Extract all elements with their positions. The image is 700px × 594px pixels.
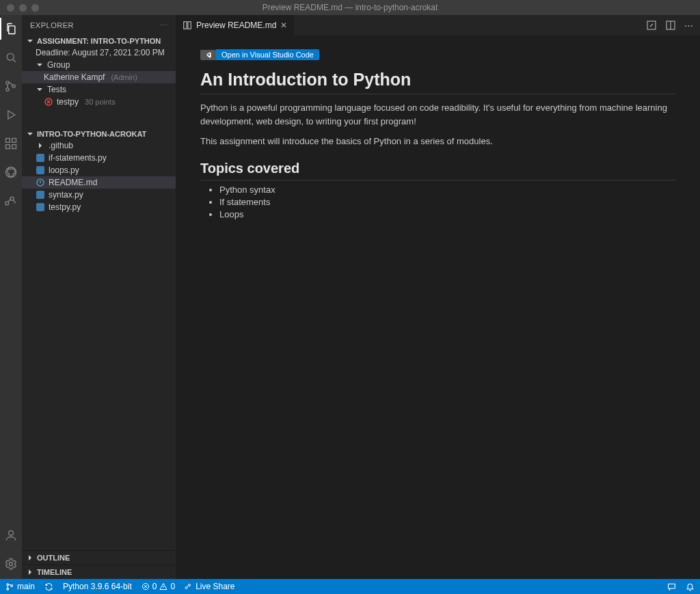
open-in-vscode-badge[interactable]: Open in Visual Studio Code	[200, 49, 319, 60]
svg-point-0	[7, 53, 14, 60]
topic-item: Python syntax	[219, 185, 675, 195]
file-row-syntax-py[interactable]: syntax.py	[22, 189, 176, 201]
sidebar-title: EXPLORER	[30, 21, 74, 29]
warning-count: 0	[170, 582, 175, 591]
branch-name: main	[17, 582, 35, 591]
editor-tabs: Preview README.md ✕ ⋯	[176, 15, 700, 36]
svg-point-10	[10, 563, 13, 566]
svg-point-3	[12, 85, 15, 87]
window-title: Preview README.md — intro-to-python-acro…	[0, 3, 700, 12]
status-python[interactable]: Python 3.9.6 64-bit	[63, 582, 132, 591]
more-actions-icon[interactable]: ⋯	[684, 21, 693, 31]
file-name: README.md	[49, 178, 97, 187]
svg-rect-12	[36, 154, 44, 162]
status-bar: main Python 3.9.6 64-bit 0 0 Live Share	[0, 579, 700, 594]
extensions-icon[interactable]	[3, 135, 19, 152]
svg-rect-5	[6, 145, 10, 149]
window-titlebar: Preview README.md — intro-to-python-acro…	[0, 0, 700, 15]
py-file-icon	[36, 190, 45, 200]
preview-icon	[183, 21, 192, 30]
project-title: INTRO-TO-PYTHON-ACROKAT	[37, 130, 146, 138]
svg-rect-6	[12, 145, 16, 149]
timeline-section[interactable]: TIMELINE	[22, 565, 176, 579]
chevron-down-icon	[26, 130, 34, 138]
file-row-testpy-py[interactable]: testpy.py	[22, 201, 176, 213]
tests-row[interactable]: Tests	[22, 83, 176, 96]
deadline-text: Deadline: August 27, 2021 2:00 PM	[36, 48, 165, 57]
explorer-icon[interactable]	[3, 21, 19, 37]
file-name: testpy.py	[49, 202, 81, 212]
project-section[interactable]: INTRO-TO-PYTHON-ACROKAT	[22, 129, 176, 139]
minimize-window-button[interactable]	[19, 4, 27, 12]
error-count: 0	[152, 582, 157, 591]
test-name: testpy	[57, 97, 79, 107]
member-role: (Admin)	[111, 73, 137, 81]
svg-point-9	[9, 530, 14, 535]
split-editor-icon[interactable]	[665, 20, 676, 31]
zoom-window-button[interactable]	[31, 4, 39, 12]
tab-preview-readme[interactable]: Preview README.md ✕	[176, 15, 295, 36]
file-name: loops.py	[49, 165, 79, 175]
markdown-preview: Open in Visual Studio Code An Introducti…	[176, 36, 700, 579]
group-row[interactable]: Group	[22, 59, 176, 71]
preview-paragraph-2: This assignment will introduce the basic…	[200, 135, 675, 148]
run-debug-icon[interactable]	[3, 107, 19, 123]
tab-label: Preview README.md	[196, 21, 276, 30]
status-live-share[interactable]: Live Share	[185, 582, 234, 591]
chevron-right-icon	[26, 568, 34, 576]
outline-section[interactable]: OUTLINE	[22, 550, 176, 565]
status-bell-icon[interactable]	[686, 582, 695, 591]
sidebar-more-icon[interactable]: ⋯	[160, 21, 168, 30]
preview-paragraph-1: Python is a poweful programming language…	[200, 101, 675, 128]
svg-point-22	[7, 588, 9, 590]
status-sync[interactable]	[44, 582, 53, 591]
settings-gear-icon[interactable]	[3, 556, 19, 572]
assignment-deadline: Deadline: August 27, 2021 2:00 PM	[22, 46, 176, 59]
sidebar-header: EXPLORER ⋯	[22, 15, 176, 36]
live-share-label: Live Share	[196, 582, 234, 591]
source-control-icon[interactable]	[3, 78, 19, 94]
accounts-icon[interactable]	[3, 527, 19, 543]
py-file-icon	[36, 165, 45, 175]
test-points: 30 points	[85, 98, 116, 106]
live-share-icon[interactable]	[3, 193, 19, 209]
assignment-section[interactable]: ASSIGNMENT: INTRO-TO-PYTHON	[22, 36, 176, 46]
github-icon[interactable]	[3, 164, 19, 180]
svg-rect-17	[184, 22, 187, 29]
file-name: if-statements.py	[49, 153, 107, 163]
window-traffic-lights[interactable]	[0, 4, 39, 12]
file-name: syntax.py	[49, 190, 83, 200]
test-item-row[interactable]: testpy 30 points	[22, 96, 176, 108]
topics-list: Python syntaxIf statementsLoops	[200, 185, 675, 219]
chevron-right-icon	[36, 141, 45, 150]
topic-item: If statements	[219, 197, 675, 207]
svg-rect-13	[36, 166, 44, 174]
close-window-button[interactable]	[7, 4, 14, 12]
status-problems[interactable]: 0 0	[142, 582, 175, 591]
group-label: Group	[47, 60, 70, 70]
chevron-down-icon	[36, 61, 44, 69]
file-row-if-statements-py[interactable]: if-statements.py	[22, 152, 176, 164]
file-name: .github	[49, 141, 73, 150]
file-row-loops-py[interactable]: loops.py	[22, 164, 176, 176]
svg-point-2	[6, 88, 9, 91]
editor-area: Preview README.md ✕ ⋯ Open in Vis	[176, 15, 700, 579]
tab-close-icon[interactable]: ✕	[280, 21, 287, 30]
chevron-down-icon	[36, 85, 44, 94]
md-file-icon	[36, 178, 45, 187]
show-source-icon[interactable]	[646, 20, 657, 31]
test-fail-icon	[44, 97, 53, 107]
search-icon[interactable]	[3, 49, 19, 66]
chevron-down-icon	[26, 37, 34, 45]
status-feedback-icon[interactable]	[667, 582, 676, 591]
svg-rect-16	[36, 203, 44, 211]
group-member-row[interactable]: Katherine Kampf (Admin)	[22, 71, 176, 83]
status-branch[interactable]: main	[5, 582, 35, 591]
svg-rect-15	[36, 191, 44, 199]
chevron-right-icon	[26, 554, 34, 562]
py-file-icon	[36, 153, 45, 163]
file-row-README-md[interactable]: README.md	[22, 176, 176, 189]
file-row--github[interactable]: .github	[22, 139, 176, 152]
py-file-icon	[36, 202, 45, 212]
preview-h1: An Introduction to Python	[200, 70, 675, 94]
